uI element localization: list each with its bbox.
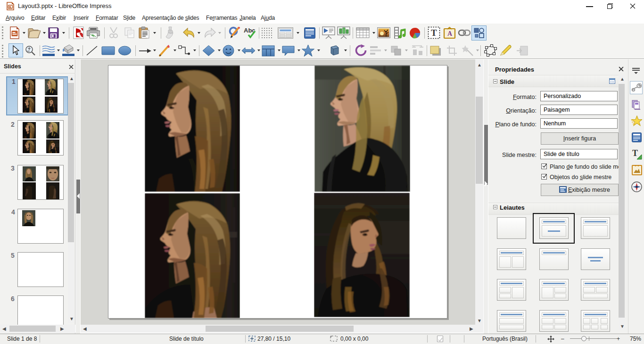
svg-text:T: T [431,28,437,38]
svg-text:A: A [447,30,453,37]
svg-text:T: T [632,148,638,158]
